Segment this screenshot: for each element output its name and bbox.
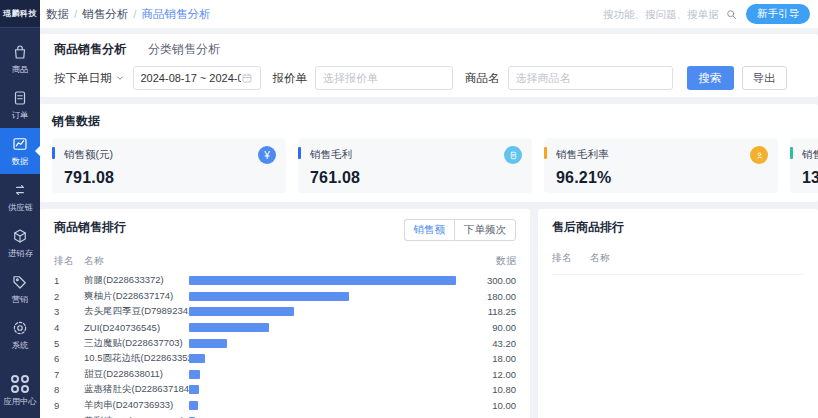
sidebar-item-inventory[interactable]: 进销存	[0, 220, 40, 266]
sidebar-nav: 商品订单数据供应链进销存营销系统	[0, 36, 40, 358]
sales-bar[interactable]	[189, 323, 269, 332]
row-value: 90.00	[456, 322, 516, 333]
sidebar-item-orders[interactable]: 订单	[0, 82, 40, 128]
guide-button[interactable]: 新手引导	[746, 4, 810, 24]
sales-bar[interactable]	[189, 276, 456, 285]
doc-icon	[504, 146, 522, 164]
ranking-row: 610.5圆花边纸(D228633527)18.00	[54, 351, 516, 367]
sidebar-item-app-center[interactable]: 应用中心	[0, 375, 40, 408]
stat-card-value: 791.08	[64, 169, 276, 187]
search-icon[interactable]	[725, 8, 738, 21]
sales-bar[interactable]	[189, 401, 198, 410]
after-sales-table-header: 排名 名称	[552, 251, 804, 275]
export-button[interactable]: 导出	[742, 66, 787, 90]
row-bar-zone	[189, 354, 456, 363]
order-icon	[11, 89, 29, 107]
sidebar-item-supply-chain[interactable]: 供应链	[0, 174, 40, 220]
date-type-select[interactable]: 按下单日期	[54, 71, 125, 86]
search-button[interactable]: 搜索	[687, 66, 734, 90]
row-product-name: ZUI(D240736545)	[84, 322, 189, 333]
stat-card-value: 761.08	[310, 169, 522, 187]
row-bar-zone	[189, 307, 456, 316]
row-product-name: 蓝惠猪肚尖(D228637184)	[84, 383, 189, 396]
global-search-input[interactable]	[603, 8, 721, 20]
quote-select[interactable]	[315, 66, 453, 90]
col-name: 名称	[84, 254, 189, 268]
bag-icon	[11, 43, 29, 61]
sidebar-item-label: 营销	[12, 294, 29, 306]
date-range-picker[interactable]	[133, 66, 261, 90]
sales-bar[interactable]	[189, 339, 227, 348]
quote-select-input[interactable]	[323, 72, 445, 84]
global-search[interactable]	[603, 8, 738, 21]
stat-card: 销售额(元)¥791.08	[52, 138, 286, 193]
toggle-order-frequency[interactable]: 下单频次	[454, 219, 516, 241]
stat-card: 销售毛利761.08	[298, 138, 532, 193]
row-rank: 3	[54, 306, 84, 317]
breadcrumb-item[interactable]: 销售分析	[82, 7, 128, 22]
tab-category-sales[interactable]: 分类销售分析	[148, 41, 220, 60]
ranking-row: 3去头尾四季豆(D79892341)118.25	[54, 304, 516, 320]
stat-card-label: 销售额(元)	[64, 148, 113, 162]
row-rank: 2	[54, 291, 84, 302]
row-value: 12.00	[456, 369, 516, 380]
toggle-sales-amount[interactable]: 销售额	[404, 219, 455, 241]
product-name-input[interactable]	[516, 72, 665, 84]
stat-cards: 销售额(元)¥791.08销售毛利761.08销售毛利率96.21%销售商品数1…	[52, 138, 806, 193]
row-bar-zone	[189, 385, 456, 394]
sales-bar[interactable]	[189, 292, 349, 301]
row-rank: 5	[54, 338, 84, 349]
quote-label: 报价单	[273, 71, 308, 86]
ranking-table-header: 排名 名称 数据	[54, 254, 516, 268]
row-rank: 9	[54, 400, 84, 411]
sidebar-item-marketing[interactable]: 营销	[0, 266, 40, 312]
row-value: 10.80	[456, 384, 516, 395]
product-name-label: 商品名	[465, 71, 500, 86]
row-bar-zone	[189, 292, 456, 301]
row-value: 43.20	[456, 338, 516, 349]
after-sales-title: 售后商品排行	[552, 219, 804, 236]
row-value: 18.00	[456, 353, 516, 364]
sidebar-item-goods[interactable]: 商品	[0, 36, 40, 82]
row-rank: 8	[54, 384, 84, 395]
row-value: 300.00	[456, 275, 516, 286]
sidebar-item-label: 进销存	[8, 248, 33, 260]
breadcrumb-item[interactable]: 商品销售分析	[141, 7, 210, 22]
sidebar-item-label: 商品	[12, 64, 29, 76]
sidebar-item-system[interactable]: 系统	[0, 312, 40, 358]
row-product-name: 黄彩糖123(D99199413)	[84, 415, 189, 418]
sales-summary-title: 销售数据	[52, 113, 806, 130]
sidebar-item-label: 系统	[12, 340, 29, 352]
row-product-name: 甜豆(D228638011)	[84, 368, 189, 381]
sales-bar[interactable]	[189, 370, 200, 379]
row-value: 180.00	[456, 291, 516, 302]
stat-card: 销售商品数13	[790, 138, 818, 193]
product-name-select[interactable]	[508, 66, 673, 90]
date-range-input[interactable]	[141, 72, 241, 84]
row-rank: 4	[54, 322, 84, 333]
sales-bar[interactable]	[189, 354, 205, 363]
ranking-row: 8蓝惠猪肚尖(D228637184)10.80	[54, 382, 516, 398]
supply-chain-icon	[11, 181, 29, 199]
breadcrumb: 数据/销售分析/商品销售分析	[46, 7, 210, 22]
col-name: 名称	[590, 251, 610, 265]
row-value: 118.25	[456, 306, 516, 317]
sidebar: 琨麟科技 商品订单数据供应链进销存营销系统 应用中心	[0, 0, 40, 418]
breadcrumb-separator: /	[133, 8, 136, 20]
chevron-down-icon	[115, 73, 125, 83]
row-bar-zone	[189, 323, 456, 332]
row-bar-zone	[189, 401, 456, 410]
sales-bar[interactable]	[189, 307, 294, 316]
sidebar-item-data[interactable]: 数据	[0, 128, 40, 174]
sales-bar[interactable]	[189, 385, 199, 394]
after-sales-ranking-panel: 售后商品排行 排名 名称	[538, 209, 818, 418]
product-ranking-panel: 商品销售排行 销售额 下单频次 排名 名称 数据 1前腿(D228633372)…	[40, 209, 530, 418]
product-ranking-title: 商品销售排行	[54, 219, 126, 236]
row-value: 10.00	[456, 400, 516, 411]
stat-card-value: 13	[802, 169, 818, 187]
breadcrumb-item[interactable]: 数据	[46, 7, 69, 22]
sales-summary-panel: 销售数据 销售额(元)¥791.08销售毛利761.08销售毛利率96.21%销…	[40, 104, 818, 202]
row-rank: 1	[54, 275, 84, 286]
row-bar-zone	[189, 276, 456, 285]
tab-product-sales[interactable]: 商品销售分析	[54, 41, 126, 60]
